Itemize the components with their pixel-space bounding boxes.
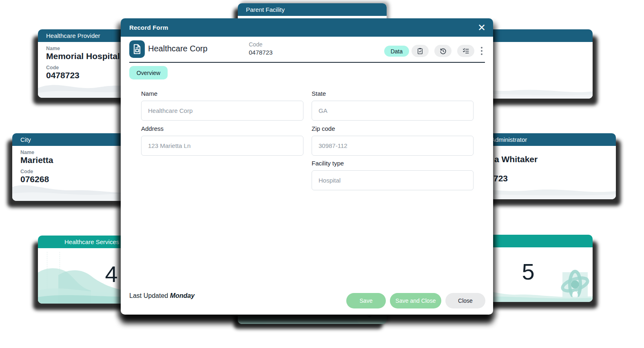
data-button[interactable]: Data <box>384 46 409 57</box>
history-icon <box>439 47 447 55</box>
code-value: 0478723 <box>46 70 80 80</box>
clipboard-check-button[interactable] <box>412 45 429 57</box>
code-label: Code <box>46 65 59 70</box>
history-button[interactable] <box>434 45 451 57</box>
facility-type-field-group: Facility type <box>312 160 474 190</box>
state-field-label: State <box>312 90 474 97</box>
kebab-menu-icon[interactable] <box>478 45 485 57</box>
facility-type-field-label: Facility type <box>312 160 474 167</box>
last-updated-label: Last Updated <box>129 292 170 299</box>
facility-type-input[interactable] <box>312 170 474 190</box>
code-label: Code <box>20 169 33 174</box>
services-count: 4 <box>99 261 124 287</box>
right-metric-count: 5 <box>516 258 540 285</box>
record-form-modal: Record Form ✕ Healthcare Corp Code 04787… <box>121 18 493 315</box>
header-divider <box>129 62 485 63</box>
close-icon[interactable]: ✕ <box>478 23 486 33</box>
code-value: 0478723 <box>249 49 272 56</box>
save-and-close-button[interactable]: Save and Close <box>390 293 441 308</box>
name-input[interactable] <box>141 101 303 121</box>
name-field-group: Name <box>141 90 303 121</box>
last-updated: Last Updated Monday <box>129 292 195 300</box>
document-icon <box>129 40 145 58</box>
grid-line <box>60 252 60 304</box>
clipboard-check-icon <box>416 47 424 55</box>
grid-line <box>47 252 47 304</box>
modal-header: Record Form ✕ <box>121 18 493 37</box>
code-value: 076268 <box>20 174 49 184</box>
record-name: Healthcare Corp <box>148 44 208 53</box>
modal-title: Record Form <box>129 24 168 31</box>
address-input[interactable] <box>141 136 303 156</box>
checklist-icon <box>462 47 470 55</box>
name-label: Name <box>46 46 60 51</box>
record-code: Code 0478723 <box>249 41 272 56</box>
name-value: Memorial Hospital <box>46 51 120 61</box>
state-input[interactable] <box>312 101 474 121</box>
administrator-code-value: 723 <box>494 174 508 183</box>
close-button[interactable]: Close <box>445 293 485 308</box>
atom-icon <box>560 267 590 301</box>
zip-code-field-group: Zip code <box>312 125 474 156</box>
zip-code-field-label: Zip code <box>312 125 474 132</box>
last-updated-value: Monday <box>170 292 195 299</box>
name-label: Name <box>20 150 34 155</box>
zip-code-input[interactable] <box>312 136 474 156</box>
parent-facility-card-title: Parent Facility <box>238 3 387 16</box>
save-button[interactable]: Save <box>346 293 386 308</box>
state-field-group: State <box>312 90 474 121</box>
page: Parent Facility Healthcare Provider Name… <box>0 0 644 348</box>
name-value: Marietta <box>20 155 53 165</box>
address-field-group: Address <box>141 125 303 156</box>
name-field-label: Name <box>141 90 303 97</box>
checklist-button[interactable] <box>457 45 474 57</box>
tab-overview[interactable]: Overview <box>129 66 168 79</box>
administrator-name-value: a Whitaker <box>494 154 538 164</box>
address-field-label: Address <box>141 125 303 132</box>
code-label: Code <box>249 41 272 48</box>
